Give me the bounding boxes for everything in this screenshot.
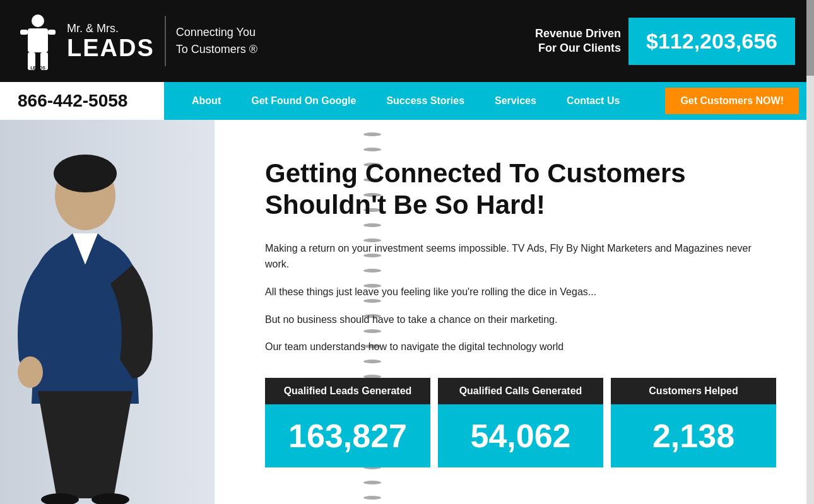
logo-divider	[165, 16, 166, 66]
person-figure	[0, 139, 183, 504]
stat-leads-label: Qualified Leads Generated	[265, 378, 430, 404]
logo-icon: LEADS	[19, 9, 57, 73]
spiral-ring	[363, 481, 381, 484]
scrollbar[interactable]	[806, 0, 814, 504]
nav-link-success[interactable]: Success Stories	[371, 95, 480, 107]
hero-section: Getting Connected To Customers Shouldn't…	[0, 120, 814, 504]
revenue-area: Revenue Driven For Our Clients $112,203,…	[535, 18, 795, 65]
logo-text: Mr. & Mrs. LEADS	[67, 20, 155, 62]
nav-links: About Get Found On Google Success Storie…	[164, 95, 665, 107]
svg-rect-5	[48, 30, 56, 35]
hero-para-2: All these things just leave you feeling …	[265, 284, 776, 300]
stat-leads-value: 163,827	[265, 404, 430, 467]
stat-customers-label: Customers Helped	[611, 378, 776, 404]
hero-para-4: Our team understands how to navigate the…	[265, 339, 776, 355]
svg-rect-1	[28, 28, 48, 52]
nav-link-contact[interactable]: Contact Us	[552, 95, 635, 107]
stat-leads: Qualified Leads Generated 163,827	[265, 378, 430, 467]
spiral-ring	[363, 496, 381, 500]
scrollbar-thumb[interactable]	[806, 0, 814, 76]
top-header: LEADS Mr. & Mrs. LEADS Connecting You To…	[0, 0, 814, 82]
spiral-ring	[363, 132, 381, 136]
svg-point-0	[32, 15, 44, 27]
hero-para-1: Making a return on your investment seems…	[265, 240, 776, 273]
stat-customers-value: 2,138	[611, 404, 776, 467]
logo-area: LEADS Mr. & Mrs. LEADS Connecting You To…	[19, 9, 257, 73]
hero-left-panel	[0, 120, 215, 504]
hero-content: Getting Connected To Customers Shouldn't…	[265, 158, 776, 467]
revenue-amount: $112,203,656	[628, 18, 795, 65]
phone-number[interactable]: 866-442-5058	[0, 82, 164, 120]
stats-row: Qualified Leads Generated 163,827 Qualif…	[265, 378, 776, 467]
hero-para-3: But no business should have to take a ch…	[265, 312, 776, 328]
revenue-label: Revenue Driven For Our Clients	[535, 26, 621, 56]
stat-calls-value: 54,062	[438, 404, 603, 467]
stat-calls-label: Qualified Calls Generated	[438, 378, 603, 404]
stat-calls: Qualified Calls Generated 54,062	[438, 378, 603, 467]
tagline: Connecting You To Customers ®	[176, 24, 257, 58]
hero-right-panel: Getting Connected To Customers Shouldn't…	[215, 120, 814, 504]
get-customers-button[interactable]: Get Customers NOW!	[665, 88, 799, 114]
nav-link-get-found[interactable]: Get Found On Google	[236, 95, 371, 107]
hero-heading: Getting Connected To Customers Shouldn't…	[265, 158, 776, 221]
svg-point-9	[18, 356, 43, 388]
spiral-ring	[363, 148, 381, 151]
svg-text:LEADS: LEADS	[30, 66, 45, 70]
nav-link-about[interactable]: About	[177, 95, 236, 107]
stat-customers: Customers Helped 2,138	[611, 378, 776, 467]
svg-point-8	[54, 155, 117, 192]
nav-bar: 866-442-5058 About Get Found On Google S…	[0, 82, 814, 120]
nav-link-services[interactable]: Services	[480, 95, 552, 107]
svg-rect-4	[20, 30, 28, 35]
